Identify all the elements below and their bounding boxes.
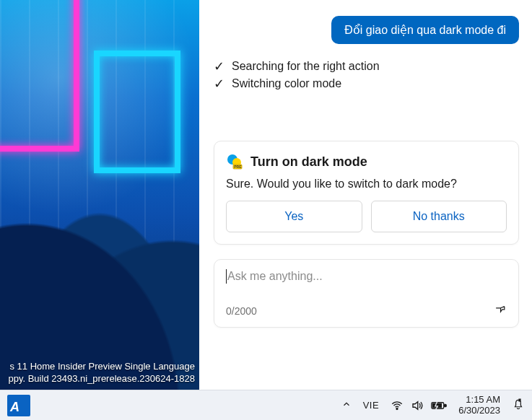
progress-item: ✓ Searching for the right action bbox=[214, 60, 519, 73]
card-actions: Yes No thanks bbox=[226, 201, 507, 232]
user-message-text: Đổi giao diện qua dark mode đi bbox=[344, 24, 506, 36]
watermark-line-1: s 11 Home Insider Preview Single Languag… bbox=[8, 360, 195, 373]
check-icon: ✓ bbox=[214, 77, 224, 90]
tray-overflow-chevron-icon[interactable] bbox=[341, 399, 352, 411]
user-message-bubble: Đổi giao diện qua dark mode đi bbox=[331, 16, 519, 44]
desktop-wallpaper[interactable]: s 11 Home Insider Preview Single Languag… bbox=[0, 0, 199, 390]
chat-input[interactable]: Ask me anything... bbox=[226, 270, 507, 284]
no-thanks-button-label: No thanks bbox=[413, 210, 465, 223]
card-header: PRE Turn on dark mode bbox=[226, 153, 507, 170]
no-thanks-button[interactable]: No thanks bbox=[371, 201, 507, 232]
volume-icon[interactable] bbox=[411, 399, 424, 412]
svg-point-4 bbox=[396, 408, 398, 409]
taskbar-app-glyph: A bbox=[10, 400, 19, 415]
chat-input-card: Ask me anything... 0/2000 bbox=[214, 259, 519, 328]
svg-text:PRE: PRE bbox=[234, 165, 242, 169]
check-icon: ✓ bbox=[214, 60, 224, 73]
card-body-text: Sure. Would you like to switch to dark m… bbox=[226, 178, 507, 191]
chat-input-footer: 0/2000 bbox=[226, 303, 507, 318]
taskbar-date: 6/30/2023 bbox=[458, 406, 500, 416]
battery-icon[interactable] bbox=[431, 401, 447, 411]
char-counter: 0/2000 bbox=[226, 305, 257, 317]
progress-text: Switching color mode bbox=[232, 77, 341, 90]
svg-text:z: z bbox=[519, 398, 521, 402]
text-cursor bbox=[226, 269, 227, 284]
windows-build-watermark: s 11 Home Insider Preview Single Languag… bbox=[8, 360, 195, 385]
action-card: PRE Turn on dark mode Sure. Would you li… bbox=[214, 141, 519, 245]
copilot-pre-icon: PRE bbox=[226, 153, 243, 170]
notifications-icon[interactable]: z bbox=[512, 398, 525, 414]
yes-button-label: Yes bbox=[284, 210, 303, 223]
copilot-panel: Đổi giao diện qua dark mode đi ✓ Searchi… bbox=[199, 0, 532, 390]
watermark-line-2: ppy. Build 23493.ni_prerelease.230624-18… bbox=[8, 372, 195, 385]
pin-icon[interactable] bbox=[490, 301, 510, 321]
card-title: Turn on dark mode bbox=[250, 154, 367, 170]
yes-button[interactable]: Yes bbox=[226, 201, 362, 232]
taskbar: A VIE bbox=[0, 390, 532, 420]
taskbar-time: 1:15 AM bbox=[458, 395, 500, 406]
wifi-icon[interactable] bbox=[391, 399, 404, 412]
progress-item: ✓ Switching color mode bbox=[214, 77, 519, 90]
taskbar-right: VIE 1:15 AM 6/30/2023 bbox=[341, 395, 525, 416]
taskbar-app-button[interactable]: A bbox=[7, 395, 30, 416]
chat-input-placeholder: Ask me anything... bbox=[227, 270, 323, 282]
system-tray[interactable] bbox=[391, 399, 447, 412]
progress-text: Searching for the right action bbox=[232, 60, 380, 73]
taskbar-clock[interactable]: 1:15 AM 6/30/2023 bbox=[458, 395, 500, 416]
progress-list: ✓ Searching for the right action ✓ Switc… bbox=[214, 60, 519, 90]
language-indicator[interactable]: VIE bbox=[363, 400, 379, 411]
svg-rect-6 bbox=[445, 404, 447, 406]
desktop-area: s 11 Home Insider Preview Single Languag… bbox=[0, 0, 532, 390]
taskbar-left: A bbox=[7, 395, 30, 416]
